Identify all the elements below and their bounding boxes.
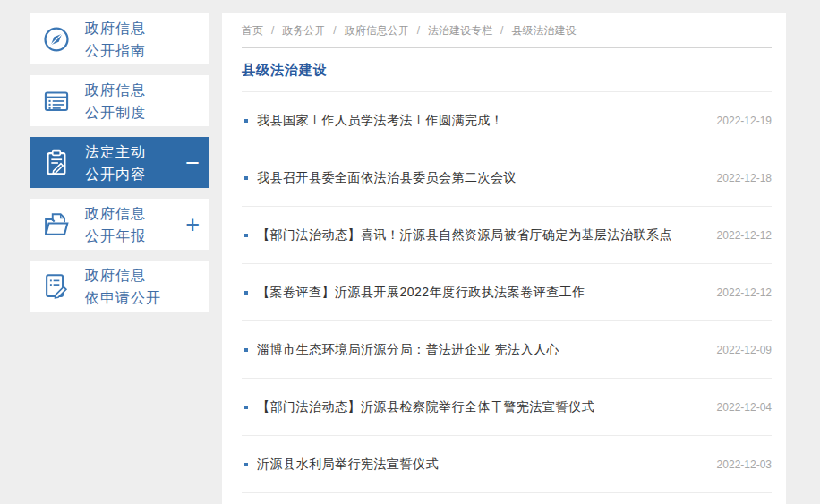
bullet-icon (244, 348, 248, 352)
sidebar-label-line2: 公开制度 (85, 105, 146, 120)
article-link[interactable]: 我县国家工作人员学法考法工作圆满完成！ (257, 113, 504, 129)
breadcrumb-link[interactable]: 首页 (242, 23, 263, 38)
article-row: 【部门法治动态】沂源县检察院举行全体干警宪法宣誓仪式 2022-12-04 (242, 379, 772, 436)
section-toggle[interactable]: + (185, 212, 200, 236)
bullet-icon (244, 406, 248, 409)
sidebar-label-line1: 政府信息 (85, 206, 146, 221)
sidebar-item[interactable]: 政府信息 公开指南 (30, 13, 209, 64)
bullet-icon (244, 119, 248, 123)
breadcrumb-separator: / (500, 24, 503, 37)
section-toggle[interactable]: − (185, 150, 200, 175)
breadcrumb-link[interactable]: 县级法治建设 (511, 23, 576, 38)
page-title: 县级法治建设 (242, 62, 328, 79)
page-title-wrap: 县级法治建设 (242, 48, 772, 92)
sidebar-item-label: 法定主动 公开内容 (85, 141, 146, 185)
sidebar-item[interactable]: 法定主动 公开内容 − (30, 137, 209, 188)
article-date: 2022-12-09 (706, 344, 772, 356)
bullet-icon (244, 176, 248, 180)
bullet-icon (244, 291, 248, 295)
bullet-icon (244, 463, 248, 466)
article-date: 2022-12-18 (706, 172, 772, 184)
sidebar-label-line1: 政府信息 (85, 82, 146, 98)
sidebar: 政府信息 公开指南 政府信息 公开制度 法定主动 公开内容 − 政府信息 公开年… (30, 13, 209, 322)
main-panel: 首页 /政务公开 /政府信息公开 /法治建设专栏 /县级法治建设 县级法治建设 … (222, 13, 786, 504)
document-edit-icon (41, 271, 72, 302)
breadcrumb-link[interactable]: 法治建设专栏 (428, 23, 492, 38)
article-link[interactable]: 我县召开县委全面依法治县委员会第二次会议 (257, 170, 517, 186)
sidebar-item[interactable]: 政府信息 依申请公开 (30, 261, 209, 312)
article-link[interactable]: 【部门法治动态】沂源县检察院举行全体干警宪法宣誓仪式 (257, 399, 594, 415)
article-date: 2022-12-04 (706, 401, 772, 414)
article-link[interactable]: 【案卷评查】沂源县开展2022年度行政执法案卷评查工作 (257, 285, 585, 301)
article-row: 我县召开县委全面依法治县委员会第二次会议 2022-12-18 (242, 149, 772, 207)
document-list-icon (41, 86, 72, 116)
clipboard-pencil-icon (41, 148, 72, 178)
article-row: 沂源县水利局举行宪法宣誓仪式 2022-12-03 (242, 436, 772, 493)
article-row: 我县国家工作人员学法考法工作圆满完成！ 2022-12-19 (242, 92, 772, 149)
article-row: 【案卷评查】沂源县开展2022年度行政执法案卷评查工作 2022-12-12 (242, 264, 772, 321)
article-link[interactable]: 沂源县水利局举行宪法宣誓仪式 (257, 457, 439, 473)
breadcrumb-link[interactable]: 政府信息公开 (345, 23, 409, 38)
article-date: 2022-12-19 (706, 115, 772, 127)
sidebar-label-line1: 政府信息 (85, 21, 146, 36)
sidebar-item[interactable]: 政府信息 公开制度 (30, 75, 209, 126)
article-list: 我县国家工作人员学法考法工作圆满完成！ 2022-12-19 我县召开县委全面依… (242, 92, 772, 493)
bullet-icon (244, 234, 248, 237)
sidebar-label-line2: 公开内容 (85, 167, 146, 182)
article-date: 2022-12-03 (706, 458, 772, 471)
article-row: 【部门法治动态】喜讯！沂源县自然资源局被省厅确定为基层法治联系点 2022-12… (242, 207, 772, 264)
breadcrumb-link[interactable]: 政务公开 (282, 23, 325, 38)
sidebar-item-label: 政府信息 依申请公开 (85, 264, 161, 309)
sidebar-label-line1: 法定主动 (85, 144, 146, 159)
article-link[interactable]: 淄博市生态环境局沂源分局：普法进企业 宪法入人心 (257, 342, 559, 358)
breadcrumb-separator: / (417, 24, 420, 37)
sidebar-item-label: 政府信息 公开指南 (85, 17, 146, 62)
breadcrumb-separator: / (333, 24, 336, 37)
article-row: 淄博市生态环境局沂源分局：普法进企业 宪法入人心 2022-12-09 (242, 321, 772, 379)
sidebar-item[interactable]: 政府信息 公开年报 + (30, 199, 209, 250)
breadcrumb-separator: / (271, 24, 274, 37)
sidebar-item-label: 政府信息 公开年报 (85, 202, 146, 247)
article-link[interactable]: 【部门法治动态】喜讯！沂源县自然资源局被省厅确定为基层法治联系点 (257, 227, 672, 243)
sidebar-label-line2: 公开指南 (85, 43, 146, 58)
sidebar-label-line2: 依申请公开 (85, 290, 161, 305)
sidebar-item-label: 政府信息 公开制度 (85, 79, 146, 124)
sidebar-label-line2: 公开年报 (85, 228, 146, 243)
article-date: 2022-12-12 (706, 229, 772, 242)
article-date: 2022-12-12 (706, 286, 772, 299)
compass-icon (41, 24, 72, 55)
folder-document-icon (41, 209, 72, 240)
breadcrumb: 首页 /政务公开 /政府信息公开 /法治建设专栏 /县级法治建设 (242, 13, 772, 48)
sidebar-label-line1: 政府信息 (85, 268, 146, 283)
